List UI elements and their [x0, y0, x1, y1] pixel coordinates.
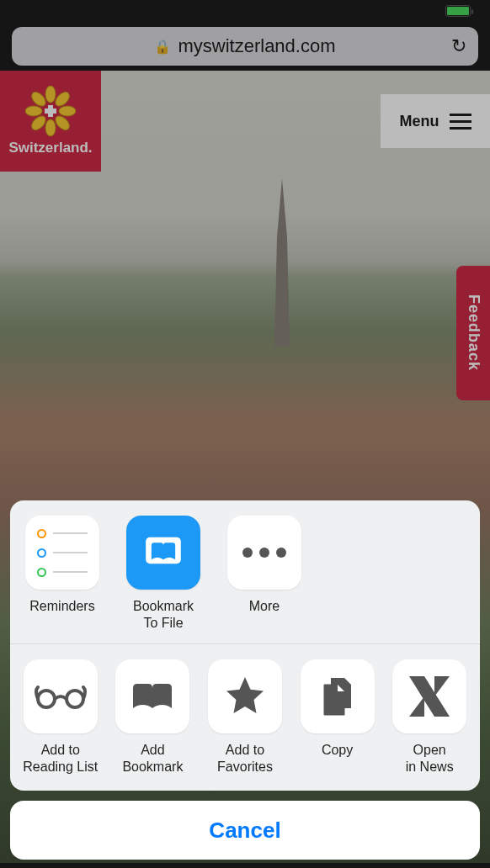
cancel-button[interactable]: Cancel: [10, 801, 480, 860]
action-copy[interactable]: Copy: [294, 659, 381, 775]
reading-list-icon: [24, 659, 98, 733]
share-item-reminders[interactable]: Reminders: [19, 516, 106, 632]
share-card: Reminders Bookmark To File More: [10, 500, 480, 791]
share-row-actions: Add to Reading List Add Bookmark Add to …: [10, 643, 480, 791]
bookmark-icon: [115, 659, 189, 733]
action-add-to-favorites[interactable]: Add to Favorites: [201, 659, 289, 775]
more-icon: [227, 516, 301, 590]
share-sheet: Reminders Bookmark To File More: [10, 500, 480, 860]
action-add-to-reading-list[interactable]: Add to Reading List: [17, 659, 104, 775]
news-icon: [392, 659, 466, 733]
action-add-bookmark[interactable]: Add Bookmark: [109, 659, 197, 775]
favorites-icon: [208, 659, 282, 733]
bookmark-to-file-icon: [126, 516, 200, 590]
svg-point-12: [38, 691, 55, 707]
action-open-in-news[interactable]: Open in News: [386, 659, 473, 775]
svg-point-13: [67, 691, 83, 707]
share-row-apps: Reminders Bookmark To File More: [10, 500, 480, 643]
reminders-icon: [25, 516, 99, 590]
share-item-bookmark-to-file[interactable]: Bookmark To File: [120, 516, 207, 632]
copy-icon: [301, 659, 375, 733]
share-item-more[interactable]: More: [221, 516, 308, 632]
